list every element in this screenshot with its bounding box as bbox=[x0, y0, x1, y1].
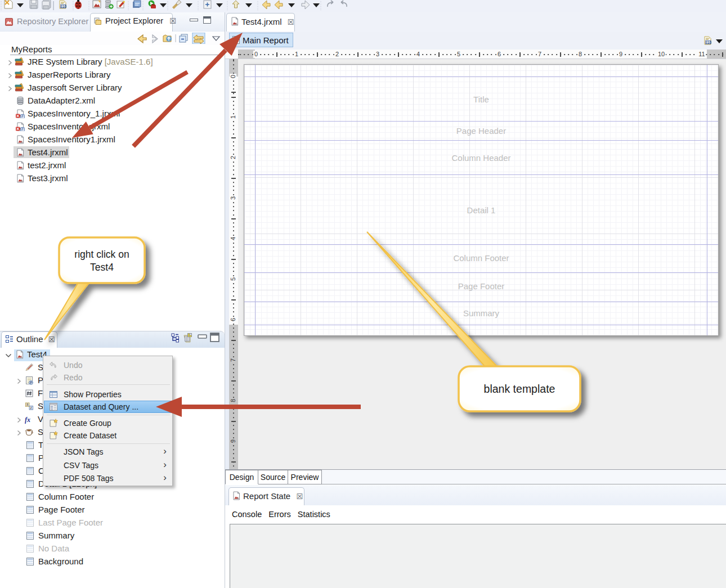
svg-text:Test4: Test4 bbox=[90, 262, 114, 273]
svg-text:right click on: right click on bbox=[74, 249, 129, 260]
svg-text:blank template: blank template bbox=[484, 383, 555, 395]
